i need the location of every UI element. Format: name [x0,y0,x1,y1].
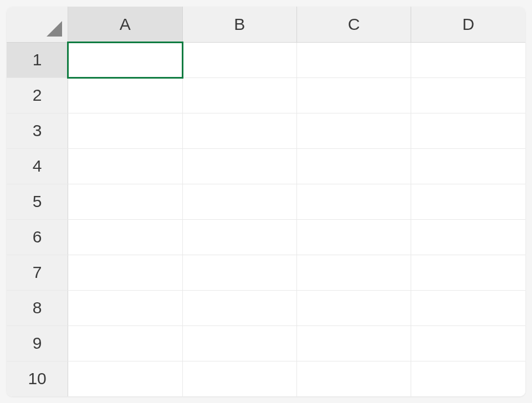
cell-c5[interactable] [296,184,411,219]
cell-c10[interactable] [296,361,411,396]
row-header-6[interactable]: 6 [7,219,68,255]
column-header-c[interactable]: C [296,7,411,42]
cell-d3[interactable] [411,113,525,148]
cell-d6[interactable] [411,219,525,255]
cell-b10[interactable] [182,361,296,396]
cell-c3[interactable] [296,113,411,148]
cell-a10[interactable] [68,361,182,396]
cell-c8[interactable] [296,290,411,326]
cell-d8[interactable] [411,290,525,326]
cell-a2[interactable] [68,78,182,113]
row-header-7[interactable]: 7 [7,255,68,290]
row-header-1[interactable]: 1 [7,42,68,78]
cell-c1[interactable] [296,42,411,78]
cell-d9[interactable] [411,326,525,361]
spreadsheet-grid: A B C D 1 2 3 [7,7,525,396]
cell-b6[interactable] [182,219,296,255]
cell-a3[interactable] [68,113,182,148]
cell-d7[interactable] [411,255,525,290]
cell-d1[interactable] [411,42,525,78]
row-header-3[interactable]: 3 [7,113,68,148]
cell-b9[interactable] [182,326,296,361]
cell-c6[interactable] [296,219,411,255]
cell-d4[interactable] [411,148,525,184]
cell-b2[interactable] [182,78,296,113]
cell-c7[interactable] [296,255,411,290]
column-header-d[interactable]: D [411,7,525,42]
row-header-2[interactable]: 2 [7,78,68,113]
cell-b7[interactable] [182,255,296,290]
row-header-4[interactable]: 4 [7,148,68,184]
row-header-9[interactable]: 9 [7,326,68,361]
cell-a5[interactable] [68,184,182,219]
cell-a4[interactable] [68,148,182,184]
cell-c9[interactable] [296,326,411,361]
cell-a9[interactable] [68,326,182,361]
row-header-10[interactable]: 10 [7,361,68,396]
cell-c2[interactable] [296,78,411,113]
cell-a8[interactable] [68,290,182,326]
row-header-8[interactable]: 8 [7,290,68,326]
select-all-corner[interactable] [7,7,68,42]
column-header-b[interactable]: B [182,7,296,42]
cell-d10[interactable] [411,361,525,396]
cell-b8[interactable] [182,290,296,326]
cell-b3[interactable] [182,113,296,148]
cell-b5[interactable] [182,184,296,219]
cell-a7[interactable] [68,255,182,290]
select-all-triangle-icon [47,21,62,37]
cell-a1[interactable] [68,42,182,78]
cell-a6[interactable] [68,219,182,255]
spreadsheet-table: A B C D 1 2 3 [7,7,525,396]
cell-d2[interactable] [411,78,525,113]
column-header-a[interactable]: A [68,7,182,42]
cell-c4[interactable] [296,148,411,184]
cell-b1[interactable] [182,42,296,78]
row-header-5[interactable]: 5 [7,184,68,219]
cell-b4[interactable] [182,148,296,184]
cell-d5[interactable] [411,184,525,219]
